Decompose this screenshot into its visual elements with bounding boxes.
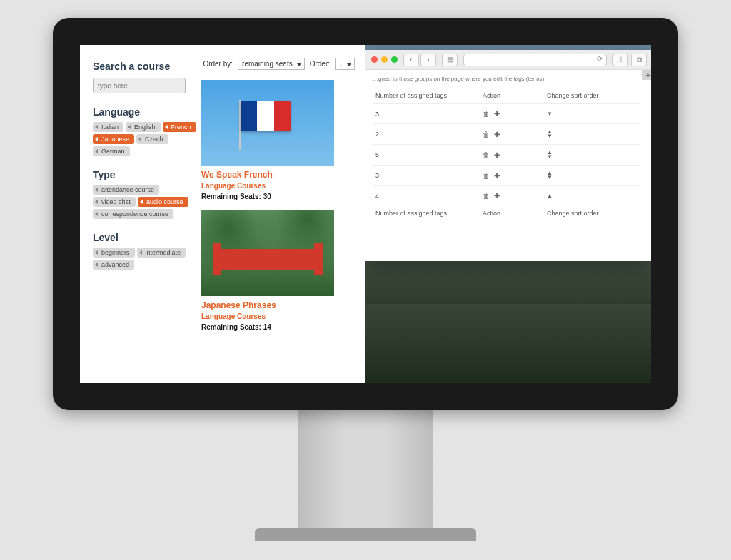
col-action: Action (480, 88, 544, 104)
course-image-french-flag (201, 80, 334, 166)
col-sort-order: Change sort order (544, 88, 640, 104)
tag-correspondence[interactable]: correspondence course (93, 209, 173, 219)
safari-toolbar: ‹ › ▤ ⟳ ⇪ ⧉ (366, 50, 651, 70)
table-row: 5 🗑✚ ▲▼ (373, 145, 640, 166)
order-by-label: Order by: (203, 60, 233, 68)
tag-czech[interactable]: Czech (136, 134, 168, 144)
add-icon[interactable]: ✚ (494, 151, 500, 159)
add-icon[interactable]: ✚ (494, 172, 500, 180)
caret-down-icon (347, 63, 351, 66)
tag-german[interactable]: German (93, 146, 130, 156)
delete-icon[interactable]: 🗑 (483, 131, 490, 138)
col-assigned-tags: Number of assigned tags (373, 88, 480, 104)
tag-video-chat[interactable]: video chat (93, 197, 136, 207)
delete-icon[interactable]: 🗑 (483, 151, 490, 159)
page-hint-text: …gned to those groups on the page where … (373, 76, 640, 82)
delete-icon[interactable]: 🗑 (483, 192, 490, 200)
language-heading: Language (93, 106, 201, 118)
add-icon[interactable]: ✚ (494, 192, 500, 200)
order-by-value: remaining seats (242, 60, 293, 68)
course-search-app: Search a course Language Italian English… (80, 45, 366, 383)
course-image-japanese-bridge (201, 210, 334, 296)
order-dir-select[interactable]: ↓ (335, 58, 355, 70)
course-title: Japanese Phrases (201, 300, 355, 310)
monitor-bezel: Search a course Language Italian English… (53, 18, 678, 410)
move-down-icon[interactable]: ▼ (547, 134, 637, 138)
monitor-stand-neck (298, 410, 433, 528)
course-subtitle: Language Courses (201, 312, 355, 320)
move-up-icon[interactable]: ▲ (547, 194, 637, 198)
tag-japanese[interactable]: Japanese (93, 134, 134, 144)
table-row: 3 🗑✚ ▼ (373, 104, 640, 124)
monitor-stand-base (255, 528, 476, 541)
window-traffic-lights (371, 56, 398, 63)
assigned-tags-count: 5 (373, 145, 480, 166)
safari-window: ‹ › ▤ ⟳ ⇪ ⧉ + …gned to those groups on t… (366, 50, 651, 261)
tag-beginners[interactable]: beginners (93, 248, 135, 258)
assigned-tags-count: 3 (373, 104, 480, 124)
caret-down-icon (297, 63, 301, 66)
course-title: We Speak French (201, 170, 355, 180)
results-column: Order by: remaining seats Order: ↓ (201, 45, 366, 383)
macos-desktop: ‹ › ▤ ⟳ ⇪ ⧉ + …gned to those groups on t… (366, 45, 651, 383)
tag-italian[interactable]: Italian (93, 122, 123, 132)
table-row: 2 🗑✚ ▲▼ (373, 124, 640, 145)
move-down-icon[interactable]: ▼ (547, 155, 637, 159)
order-bar: Order by: remaining seats Order: ↓ (201, 58, 355, 70)
level-heading: Level (93, 232, 201, 243)
level-tags: beginners intermediate advanced (93, 248, 196, 270)
course-seats: Remaining Seats: 30 (201, 193, 355, 200)
order-by-select[interactable]: remaining seats (238, 58, 305, 70)
add-icon[interactable]: ✚ (494, 110, 500, 118)
address-bar[interactable]: ⟳ (463, 54, 607, 66)
reload-icon[interactable]: ⟳ (597, 55, 603, 63)
order-dir-value: ↓ (339, 60, 343, 68)
monitor-frame: Search a course Language Italian English… (53, 18, 678, 541)
nav-back-button[interactable]: ‹ (403, 54, 419, 66)
delete-icon[interactable]: 🗑 (483, 172, 490, 180)
language-tags: Italian English French Japanese Czech Ge… (93, 122, 196, 156)
order-dir-label: Order: (310, 60, 330, 68)
col-assigned-tags: Number of assigned tags (373, 205, 480, 221)
assigned-tags-count: 4 (373, 186, 480, 206)
search-input[interactable] (93, 78, 186, 93)
tag-advanced[interactable]: advanced (93, 260, 134, 270)
assigned-tags-count: 2 (373, 124, 480, 145)
tag-french[interactable]: French (163, 122, 196, 132)
assigned-tags-count: 3 (373, 166, 480, 186)
move-down-icon[interactable]: ▼ (547, 112, 637, 116)
close-window-button[interactable] (371, 56, 378, 63)
tag-intermediate[interactable]: intermediate (137, 248, 186, 258)
course-seats: Remaining Seats: 14 (201, 323, 355, 331)
course-card[interactable]: We Speak French Language Courses Remaini… (201, 80, 355, 200)
minimize-window-button[interactable] (381, 56, 388, 63)
course-card[interactable]: Japanese Phrases Language Courses Remain… (201, 210, 355, 331)
type-heading: Type (93, 169, 201, 180)
tag-audio-course[interactable]: audio course (138, 197, 188, 207)
course-subtitle: Language Courses (201, 182, 355, 190)
filters-sidebar: Search a course Language Italian English… (80, 45, 201, 383)
new-tab-button[interactable]: + (642, 70, 651, 80)
tag-english[interactable]: English (126, 122, 161, 132)
table-row: 4 🗑✚ ▲ (373, 186, 640, 206)
col-sort-order: Change sort order (544, 205, 640, 221)
move-down-icon[interactable]: ▼ (547, 175, 637, 180)
table-row: 3 🗑✚ ▲▼ (373, 166, 640, 186)
nav-forward-button[interactable]: › (420, 54, 436, 66)
screen: Search a course Language Italian English… (80, 45, 651, 383)
col-action: Action (480, 205, 544, 221)
tabs-button[interactable]: ⧉ (631, 54, 647, 66)
search-heading: Search a course (93, 61, 201, 72)
safari-page-content: …gned to those groups on the page where … (366, 70, 651, 221)
sidebar-toggle-button[interactable]: ▤ (442, 54, 458, 66)
tags-admin-table: Number of assigned tags Action Change so… (373, 88, 640, 221)
tag-attendance[interactable]: attendance course (93, 185, 159, 195)
share-button[interactable]: ⇪ (612, 54, 628, 66)
add-icon[interactable]: ✚ (494, 131, 500, 138)
zoom-window-button[interactable] (391, 56, 398, 63)
type-tags: attendance course video chat audio cours… (93, 185, 196, 219)
delete-icon[interactable]: 🗑 (483, 110, 490, 118)
